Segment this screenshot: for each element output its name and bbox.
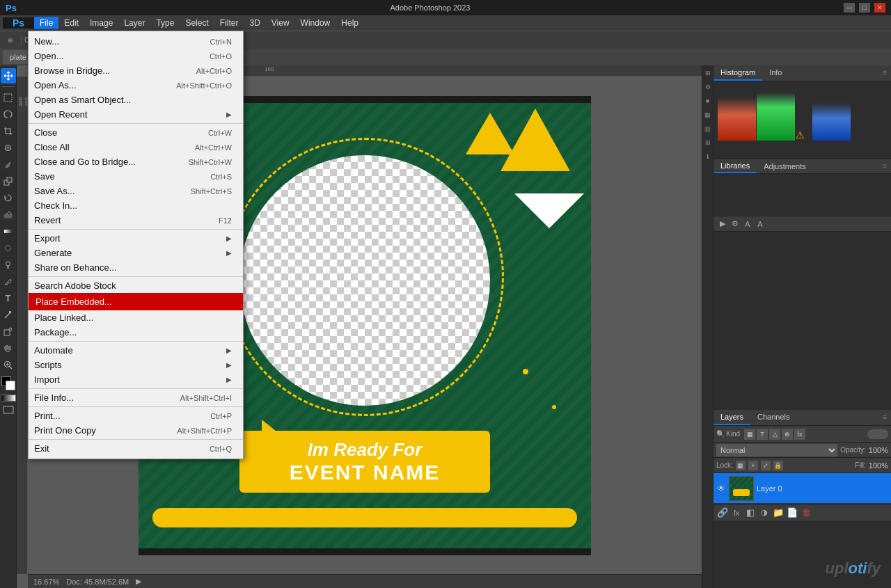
tool-options-icon[interactable]: ⚙ [703,82,713,92]
menu-type[interactable]: Type [150,17,180,29]
blend-mode-select[interactable]: Normal Multiply Screen Overlay [716,444,837,456]
lock-pixel[interactable]: ▦ [736,461,746,470]
lock-position[interactable]: + [748,461,758,470]
blur-tool[interactable] [1,240,16,255]
eraser-tool[interactable] [1,207,16,222]
maximize-button[interactable]: □ [859,3,870,13]
menu-file[interactable]: File [34,17,58,29]
right-tool-3[interactable]: A [741,218,754,230]
menu-open-smart[interactable]: Open as Smart Object... [29,93,243,107]
menu-save-as[interactable]: Save As...Shift+Ctrl+S [29,184,243,198]
histogram-menu[interactable]: ≡ [878,65,891,81]
menu-place-embedded[interactable]: Place Embedded... [29,293,243,310]
menu-open-recent[interactable]: Open Recent▶ [29,107,243,122]
menu-new[interactable]: New...Ctrl+N [29,34,243,49]
menu-browse-bridge[interactable]: Browse in Bridge...Alt+Ctrl+O [29,63,243,78]
color-swatches[interactable] [1,376,15,390]
move-tool-option[interactable]: ⊕ [3,33,18,48]
fx-btn[interactable]: fx [730,507,743,519]
background-color[interactable] [6,381,15,390]
menu-open[interactable]: Open...Ctrl+O [29,49,243,63]
layer-item-0[interactable]: 👁 Layer 0 [713,473,891,504]
history-tool[interactable] [1,190,16,205]
menu-share-behance[interactable]: Share on Behance... [29,260,243,275]
filter-effect[interactable]: fx [794,429,805,440]
filter-shape[interactable]: △ [769,429,780,440]
menu-layer[interactable]: Layer [118,17,150,29]
tab-histogram[interactable]: Histogram [713,65,762,81]
libraries-menu[interactable]: ≡ [878,162,891,170]
window-controls[interactable]: — □ ✕ [844,3,885,13]
path-tool[interactable] [1,307,16,322]
new-group-btn[interactable]: 📁 [772,507,784,519]
dodge-tool[interactable] [1,257,16,272]
menu-file-info[interactable]: File Info...Alt+Shift+Ctrl+I [29,390,243,405]
right-tool-4[interactable]: A [754,218,766,230]
menu-import[interactable]: Import▶ [29,372,243,387]
tab-adjustments[interactable]: Adjustments [757,159,813,173]
lasso-tool[interactable] [1,106,16,122]
move-tool[interactable] [1,68,16,84]
menu-close-all[interactable]: Close AllAlt+Ctrl+W [29,140,243,154]
new-layer-btn[interactable]: 📄 [786,507,798,519]
marquee-tool[interactable] [1,90,16,105]
add-mask-btn[interactable]: ◧ [744,507,757,519]
menu-filter[interactable]: Filter [214,17,244,29]
color-icon[interactable]: ■ [703,96,713,106]
gradient-tool[interactable] [1,223,16,239]
layer-eye-icon[interactable]: 👁 [716,484,726,493]
zoom-tool[interactable] [1,357,16,372]
menu-print-one[interactable]: Print One CopyAlt+Shift+Ctrl+P [29,423,243,438]
menu-search-stock[interactable]: Search Adobe Stock [29,278,243,293]
minimize-button[interactable]: — [844,3,855,13]
menu-revert[interactable]: RevertF12 [29,213,243,228]
menu-print[interactable]: Print...Ctrl+P [29,408,243,423]
quick-mask[interactable] [1,395,16,402]
layers-menu[interactable]: ≡ [878,410,891,425]
swatches-icon[interactable]: ▦ [703,110,713,120]
menu-help[interactable]: Help [336,17,364,29]
menu-automate[interactable]: Automate▶ [29,343,243,358]
menu-close[interactable]: CloseCtrl+W [29,125,243,140]
menu-package[interactable]: Package... [29,325,243,340]
pen-tool[interactable] [1,273,16,289]
menu-edit[interactable]: Edit [58,17,84,29]
tab-channels[interactable]: Channels [750,410,796,425]
lock-artboard[interactable]: ⤢ [761,461,771,470]
filter-text[interactable]: T [757,429,768,440]
menu-view[interactable]: View [266,17,295,29]
patterns-icon[interactable]: ⊞ [703,138,713,148]
menu-image[interactable]: Image [84,17,118,29]
link-layers-btn[interactable]: 🔗 [716,507,729,519]
gradients-icon[interactable]: ▥ [703,124,713,134]
properties-icon[interactable]: ℹ [703,152,713,161]
delete-layer-btn[interactable]: 🗑 [800,507,812,519]
menu-generate[interactable]: Generate▶ [29,246,243,260]
filter-toggle[interactable] [867,429,888,439]
brush-tool[interactable] [1,157,16,172]
healing-tool[interactable] [1,140,16,155]
crop-tool[interactable] [1,123,16,138]
filter-pixel[interactable]: ▦ [744,429,755,440]
menu-window[interactable]: Window [295,17,336,29]
tab-libraries[interactable]: Libraries [713,159,757,173]
menu-place-linked[interactable]: Place Linked... [29,310,243,325]
menu-check-in[interactable]: Check In... [29,198,243,213]
screen-mode[interactable] [3,406,14,416]
hand-tool[interactable] [1,340,16,356]
tab-layers[interactable]: Layers [713,410,750,425]
clone-tool[interactable] [1,173,16,189]
shape-tool[interactable] [1,324,16,339]
filter-smart[interactable]: ⊕ [782,429,793,440]
close-button[interactable]: ✕ [874,3,885,13]
menu-open-as[interactable]: Open As...Alt+Shift+Ctrl+O [29,78,243,93]
workspace-icon[interactable]: ⊞ [703,68,713,78]
lock-all[interactable]: 🔒 [773,461,783,470]
menu-close-bridge[interactable]: Close and Go to Bridge...Shift+Ctrl+W [29,154,243,169]
menu-exit[interactable]: ExitCtrl+Q [29,441,243,456]
adjustment-btn[interactable]: ◑ [758,507,771,519]
menu-3d[interactable]: 3D [244,17,265,29]
tab-info[interactable]: Info [762,65,789,81]
menu-select[interactable]: Select [180,17,214,29]
menu-scripts[interactable]: Scripts▶ [29,358,243,372]
